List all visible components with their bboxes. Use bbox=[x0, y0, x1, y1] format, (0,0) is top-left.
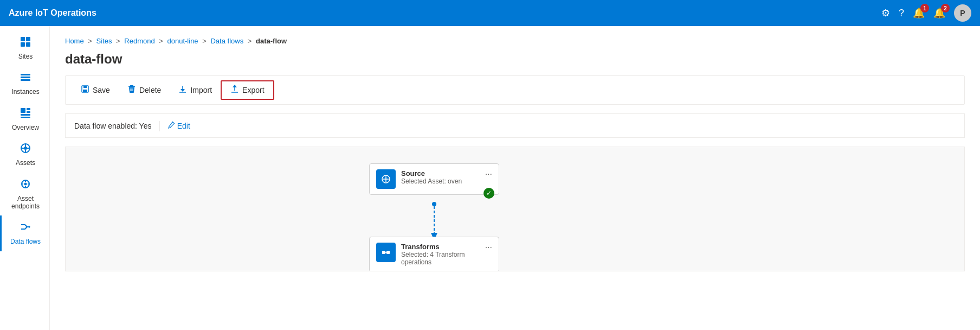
sidebar-item-data-flows[interactable]: Data flows bbox=[0, 215, 49, 251]
svg-rect-0 bbox=[21, 37, 25, 41]
settings-icon[interactable]: ⚙ bbox=[881, 7, 890, 19]
overview-icon bbox=[20, 107, 31, 122]
sidebar: Sites Instances Overview bbox=[0, 26, 50, 330]
main-content: Home > Sites > Redmond > donut-line > Da… bbox=[50, 26, 980, 330]
breadcrumb-donut-line[interactable]: donut-line bbox=[167, 37, 198, 45]
sites-label: Sites bbox=[18, 53, 33, 60]
svg-rect-1 bbox=[26, 37, 30, 41]
transforms-node-subtitle: Selected: 4 Transform operations bbox=[401, 251, 480, 266]
enabled-status: Data flow enabled: Yes bbox=[74, 122, 151, 130]
source-node[interactable]: Source Selected Asset: oven ··· ✓ bbox=[369, 163, 499, 195]
import-icon bbox=[178, 85, 187, 96]
import-label: Import bbox=[190, 86, 212, 94]
info-bar: Data flow enabled: Yes | Edit bbox=[65, 113, 965, 138]
sites-icon bbox=[20, 36, 31, 50]
export-icon bbox=[230, 85, 239, 96]
edit-label: Edit bbox=[177, 122, 190, 130]
source-node-status: ✓ bbox=[483, 188, 494, 199]
transforms-node[interactable]: Transforms Selected: 4 Transform operati… bbox=[369, 237, 499, 271]
svg-rect-3 bbox=[26, 42, 30, 47]
svg-marker-37 bbox=[233, 85, 237, 87]
transforms-node-icon bbox=[376, 243, 396, 262]
help-icon[interactable]: ? bbox=[899, 8, 904, 19]
svg-rect-11 bbox=[21, 117, 30, 118]
transforms-node-content: Transforms Selected: 4 Transform operati… bbox=[401, 243, 480, 266]
instances-icon bbox=[20, 71, 31, 86]
delete-button[interactable]: Delete bbox=[119, 81, 170, 99]
source-node-icon bbox=[376, 169, 396, 189]
svg-rect-5 bbox=[21, 77, 30, 78]
svg-rect-9 bbox=[27, 111, 30, 113]
app-title: Azure IoT Operations bbox=[9, 8, 881, 18]
source-node-content: Source Selected Asset: oven bbox=[401, 169, 480, 185]
svg-rect-8 bbox=[27, 108, 30, 110]
save-label: Save bbox=[93, 86, 110, 94]
breadcrumb-data-flows[interactable]: Data flows bbox=[210, 37, 243, 45]
flow-canvas: Source Selected Asset: oven ··· ✓ Transf bbox=[65, 147, 965, 271]
source-node-subtitle: Selected Asset: oven bbox=[401, 177, 480, 185]
svg-rect-46 bbox=[386, 251, 390, 254]
info-separator: | bbox=[158, 119, 160, 132]
overview-label: Overview bbox=[12, 124, 39, 131]
svg-rect-27 bbox=[83, 90, 87, 92]
bell2-badge: 2 bbox=[941, 4, 950, 12]
notification-bell-1[interactable]: 🔔 1 bbox=[913, 7, 925, 19]
save-button[interactable]: Save bbox=[72, 81, 119, 99]
delete-label: Delete bbox=[139, 86, 161, 94]
top-navigation: Azure IoT Operations ⚙ ? 🔔 1 🔔 2 P bbox=[0, 0, 980, 26]
svg-rect-4 bbox=[21, 74, 30, 75]
breadcrumb-redmond[interactable]: Redmond bbox=[124, 37, 154, 45]
svg-point-23 bbox=[24, 182, 27, 185]
svg-marker-34 bbox=[180, 89, 185, 92]
svg-rect-28 bbox=[130, 85, 133, 86]
svg-rect-26 bbox=[83, 86, 87, 88]
breadcrumb-sites[interactable]: Sites bbox=[96, 37, 112, 45]
breadcrumb: Home > Sites > Redmond > donut-line > Da… bbox=[65, 37, 965, 45]
asset-endpoints-label: Asset endpoints bbox=[6, 195, 45, 211]
source-node-menu[interactable]: ··· bbox=[485, 169, 492, 179]
page-title: data-flow bbox=[65, 52, 965, 67]
svg-rect-10 bbox=[21, 114, 30, 116]
sidebar-item-overview[interactable]: Overview bbox=[0, 101, 49, 137]
edit-icon bbox=[167, 121, 175, 130]
delete-icon bbox=[127, 85, 136, 96]
svg-marker-24 bbox=[29, 225, 30, 229]
top-nav-icons: ⚙ ? 🔔 1 🔔 2 P bbox=[881, 4, 971, 22]
edit-button[interactable]: Edit bbox=[167, 121, 190, 130]
sidebar-item-instances[interactable]: Instances bbox=[0, 66, 49, 101]
transforms-node-title: Transforms bbox=[401, 243, 480, 251]
data-flows-label: Data flows bbox=[10, 238, 41, 245]
transforms-node-menu[interactable]: ··· bbox=[485, 243, 492, 252]
assets-icon bbox=[20, 142, 31, 157]
sidebar-item-assets[interactable]: Assets bbox=[0, 137, 49, 172]
export-label: Export bbox=[242, 86, 264, 94]
breadcrumb-current: data-flow bbox=[256, 37, 287, 45]
toolbar: Save Delete bbox=[65, 75, 965, 105]
svg-rect-2 bbox=[21, 42, 25, 47]
svg-point-13 bbox=[24, 147, 27, 150]
import-button[interactable]: Import bbox=[170, 81, 221, 99]
save-icon bbox=[81, 85, 89, 96]
asset-endpoints-icon bbox=[20, 178, 31, 193]
assets-label: Assets bbox=[16, 159, 35, 167]
svg-rect-7 bbox=[21, 108, 25, 113]
breadcrumb-home[interactable]: Home bbox=[65, 37, 84, 45]
svg-rect-29 bbox=[128, 86, 135, 87]
svg-rect-6 bbox=[21, 79, 30, 81]
user-avatar[interactable]: P bbox=[954, 4, 971, 22]
notification-bell-2[interactable]: 🔔 2 bbox=[933, 7, 945, 19]
source-node-title: Source bbox=[401, 169, 480, 177]
sidebar-item-sites[interactable]: Sites bbox=[0, 30, 49, 66]
data-flows-icon bbox=[20, 221, 31, 236]
sidebar-item-asset-endpoints[interactable]: Asset endpoints bbox=[0, 173, 49, 216]
bell1-badge: 1 bbox=[920, 4, 929, 12]
svg-point-42 bbox=[432, 202, 436, 206]
svg-rect-45 bbox=[382, 251, 385, 254]
export-button[interactable]: Export bbox=[221, 80, 274, 100]
instances-label: Instances bbox=[11, 88, 39, 96]
